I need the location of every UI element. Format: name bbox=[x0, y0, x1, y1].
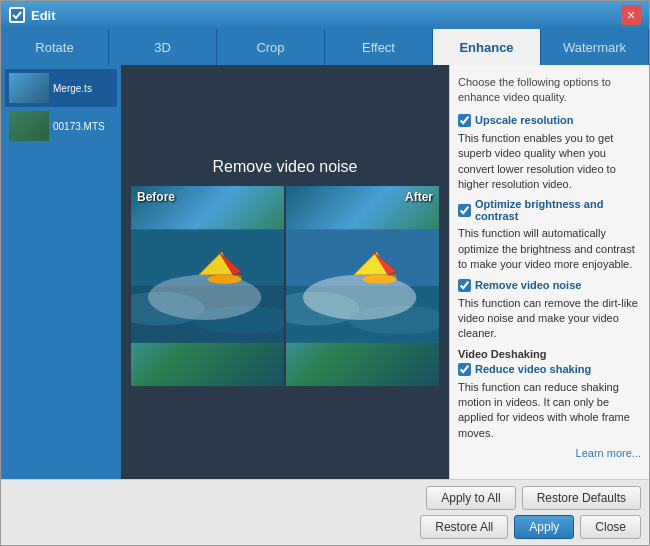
apply-to-all-button[interactable]: Apply to All bbox=[426, 486, 515, 510]
file-name-merge: Merge.ts bbox=[53, 83, 113, 94]
after-label: After bbox=[405, 190, 433, 204]
upscale-checkbox[interactable] bbox=[458, 114, 471, 127]
close-dialog-button[interactable]: Close bbox=[580, 515, 641, 539]
file-list: Merge.ts 00173.MTS bbox=[1, 65, 121, 479]
app-icon bbox=[9, 7, 25, 23]
enhance-options-panel: Choose the following options to enhance … bbox=[449, 65, 649, 479]
bottom-row-1: Apply to All Restore Defaults bbox=[9, 486, 641, 510]
tab-bar: Rotate 3D Crop Effect Enhance Watermark bbox=[1, 29, 649, 65]
tab-effect[interactable]: Effect bbox=[325, 29, 433, 65]
noise-label[interactable]: Remove video noise bbox=[475, 279, 581, 291]
noise-checkbox[interactable] bbox=[458, 279, 471, 292]
tab-3d[interactable]: 3D bbox=[109, 29, 217, 65]
restore-all-button[interactable]: Restore All bbox=[420, 515, 508, 539]
file-item-00173[interactable]: 00173.MTS bbox=[5, 107, 117, 145]
svg-point-9 bbox=[208, 275, 242, 284]
apply-button[interactable]: Apply bbox=[514, 515, 574, 539]
bottom-bar: Apply to All Restore Defaults Restore Al… bbox=[1, 479, 649, 545]
noise-desc: This function can remove the dirt-like v… bbox=[458, 296, 641, 342]
preview-container: Before bbox=[131, 186, 439, 386]
close-button[interactable]: × bbox=[621, 5, 641, 25]
deshake-desc: This function can reduce shaking motion … bbox=[458, 380, 641, 442]
brightness-checkbox[interactable] bbox=[458, 204, 471, 217]
intro-text: Choose the following options to enhance … bbox=[458, 75, 641, 106]
preview-after: After bbox=[286, 186, 439, 386]
svg-point-5 bbox=[148, 275, 261, 320]
deshaking-section-label: Video Deshaking bbox=[458, 348, 641, 360]
deshake-row: Reduce video shaking bbox=[458, 363, 641, 376]
preview-before: Before bbox=[131, 186, 284, 386]
window-title: Edit bbox=[31, 8, 615, 23]
deshake-checkbox[interactable] bbox=[458, 363, 471, 376]
preview-area: Remove video noise Before bbox=[121, 65, 449, 479]
file-item-merge[interactable]: Merge.ts bbox=[5, 69, 117, 107]
preview-title: Remove video noise bbox=[213, 158, 358, 176]
before-image bbox=[131, 186, 284, 386]
brightness-row: Optimize brightness and contrast bbox=[458, 198, 641, 222]
svg-point-14 bbox=[303, 275, 416, 320]
upscale-desc: This function enables you to get superb … bbox=[458, 131, 641, 193]
deshake-label[interactable]: Reduce video shaking bbox=[475, 363, 591, 375]
before-label: Before bbox=[137, 190, 175, 204]
edit-window: Edit × Rotate 3D Crop Effect Enhance Wat… bbox=[0, 0, 650, 546]
title-bar: Edit × bbox=[1, 1, 649, 29]
content-area: Merge.ts 00173.MTS Remove video noise Be… bbox=[1, 65, 649, 479]
noise-row: Remove video noise bbox=[458, 279, 641, 292]
file-thumb-00173 bbox=[9, 111, 49, 141]
svg-point-18 bbox=[363, 275, 397, 284]
tab-crop[interactable]: Crop bbox=[217, 29, 325, 65]
tab-enhance[interactable]: Enhance bbox=[433, 29, 541, 65]
tab-watermark[interactable]: Watermark bbox=[541, 29, 649, 65]
brightness-desc: This function will automatically optimiz… bbox=[458, 226, 641, 272]
tab-rotate[interactable]: Rotate bbox=[1, 29, 109, 65]
bottom-row-2: Restore All Apply Close bbox=[9, 515, 641, 539]
file-thumb-merge bbox=[9, 73, 49, 103]
learn-more-link[interactable]: Learn more... bbox=[458, 447, 641, 459]
brightness-label[interactable]: Optimize brightness and contrast bbox=[475, 198, 641, 222]
after-image bbox=[286, 186, 439, 386]
upscale-row: Upscale resolution bbox=[458, 114, 641, 127]
upscale-label[interactable]: Upscale resolution bbox=[475, 114, 573, 126]
restore-defaults-button[interactable]: Restore Defaults bbox=[522, 486, 641, 510]
svg-rect-0 bbox=[11, 9, 23, 21]
file-name-00173: 00173.MTS bbox=[53, 121, 113, 132]
